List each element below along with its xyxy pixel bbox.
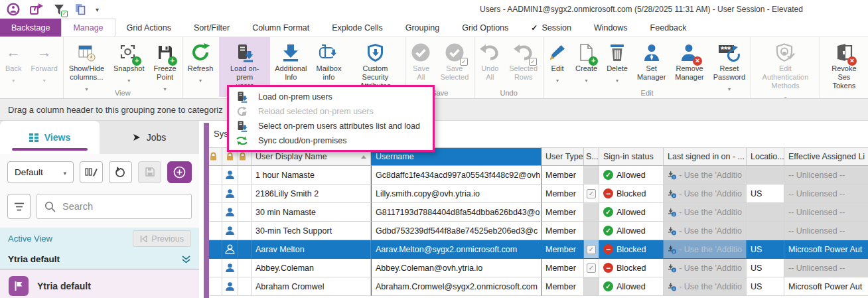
cell-last-signed-in[interactable]: i- Use the 'Additio [664, 240, 747, 259]
cell-last-signed-in[interactable]: i- Use the 'Additio [664, 259, 747, 277]
cell-location[interactable]: US [747, 240, 784, 259]
column-header-last-signed-in[interactable]: Last signed in on - ... [664, 147, 747, 166]
cell-display-name[interactable]: 2186Lilly Smith 2 [252, 185, 371, 203]
cell-license[interactable]: -- Unlicensed -- [784, 203, 868, 222]
tab-grid-options[interactable]: Grid Options [451, 19, 520, 37]
cell-location[interactable]: US [747, 259, 784, 277]
cell-last-signed-in[interactable]: i- Use the 'Additio [664, 203, 747, 222]
cell-user-type[interactable]: Member [542, 222, 584, 240]
rename-view-button[interactable] [80, 161, 103, 183]
table-row[interactable]: 2186Lilly Smith 2 Lilly.smith.copy@ovh.y… [209, 185, 868, 203]
menu-item-sync-cloud-onprem[interactable]: Sync cloud/on-premises [229, 133, 433, 148]
cell-display-name[interactable]: Aarav Melton [252, 240, 371, 259]
undo-all-button[interactable]: Undo All [475, 37, 504, 88]
cell-display-name[interactable]: Abraham Cromwel [252, 277, 371, 296]
cell-license[interactable]: Microsoft Power Aut [784, 277, 868, 296]
refresh-button[interactable]: Refresh [183, 37, 218, 88]
cell-user-type[interactable]: Member [542, 166, 584, 185]
table-row[interactable]: 30 min Namaste G8117193d7884404d8fa54dbb… [209, 203, 868, 222]
cell-license[interactable]: -- Unlicensed -- [784, 222, 868, 240]
cell-location[interactable] [747, 222, 784, 240]
sidebar-tab-jobs[interactable]: Jobs [100, 121, 199, 154]
undo-selected-rows-button[interactable]: Selected Rows [504, 37, 542, 88]
lock-column-header[interactable] [209, 147, 222, 166]
cell-display-name[interactable]: 1 hour Namaste [252, 166, 371, 185]
delete-button[interactable]: Delete [602, 37, 632, 88]
cell-username[interactable]: G8117193d7884404d8fa54dbba626bd43@o [371, 203, 542, 222]
cell-location[interactable] [747, 203, 784, 222]
show-hide-columns-button[interactable]: Show/Hide columns... [64, 37, 109, 88]
cell-display-name[interactable]: Abbey.Coleman [252, 259, 371, 277]
tab-manage[interactable]: Manage [61, 19, 115, 37]
cell-sync-checkbox[interactable] [584, 166, 599, 185]
search-input[interactable] [62, 201, 184, 212]
column-header-license[interactable]: Effective Assigned Li [784, 147, 868, 166]
tab-windows[interactable]: Windows [583, 19, 639, 37]
cell-signin-status[interactable]: Blocked [599, 240, 664, 259]
table-row[interactable]: Abraham Cromwel Abraham.Cromwel@sygx2.on… [209, 277, 868, 296]
cell-user-type[interactable]: Member [542, 203, 584, 222]
cell-username[interactable]: Gdbd753239df544f8a8e74525eb206ed3@c [371, 222, 542, 240]
tab-backstage[interactable]: Backstage [0, 19, 61, 37]
column-header-location[interactable]: Locatio... [747, 147, 784, 166]
cell-signin-status[interactable]: Blocked [599, 185, 664, 203]
view-select[interactable]: Default [7, 161, 74, 183]
cell-license[interactable]: Microsoft Power Aut [784, 240, 868, 259]
cell-location[interactable]: US [747, 185, 784, 203]
reset-password-button[interactable]: *** Reset Password [709, 37, 750, 88]
filter-icon[interactable] [54, 4, 65, 15]
cell-display-name[interactable]: 30-min Tech Support [252, 222, 371, 240]
copy-pages-icon[interactable] [75, 3, 86, 15]
tab-session[interactable]: Session [520, 19, 583, 37]
cell-last-signed-in[interactable]: i- Use the 'Additio [664, 185, 747, 203]
reset-view-button[interactable] [109, 161, 132, 183]
cell-last-signed-in[interactable]: i- Use the 'Additio [664, 222, 747, 240]
edit-button[interactable]: Edit [544, 37, 571, 88]
tab-explode-cells[interactable]: Explode Cells [321, 19, 394, 37]
cell-user-type[interactable]: Member [542, 277, 584, 296]
cell-signin-status[interactable]: Allowed [599, 166, 664, 185]
cell-license[interactable]: -- Unlicensed -- [784, 259, 868, 277]
edit-authentication-methods-button[interactable]: Edit Authentication Methods [752, 37, 819, 97]
column-header-user-type[interactable]: User Type [542, 147, 584, 166]
cell-location[interactable] [747, 166, 784, 185]
column-header-signin-status[interactable]: Sign-in status [599, 147, 664, 166]
cell-signin-status[interactable]: Allowed [599, 277, 664, 296]
save-selected-button[interactable]: Save Selected [435, 37, 473, 88]
sidebar-tab-views[interactable]: Views [0, 121, 100, 154]
cell-sync-checkbox[interactable] [584, 277, 599, 296]
cell-last-signed-in[interactable]: i- Use the 'Additio [664, 277, 747, 296]
cell-sync-checkbox[interactable] [584, 203, 599, 222]
tab-sort-filter[interactable]: Sort/Filter [182, 19, 241, 37]
menu-item-load-onprem-users[interactable]: Load on-prem users [229, 90, 433, 104]
create-button[interactable]: Create [571, 37, 602, 88]
cell-user-type[interactable]: Member [542, 240, 584, 259]
tab-grid-actions[interactable]: Grid Actions [115, 19, 182, 37]
add-view-button[interactable] [167, 161, 192, 183]
double-chevron-down-icon[interactable] [181, 256, 191, 263]
tab-column-format[interactable]: Column Format [241, 19, 321, 37]
cell-display-name[interactable]: 30 min Namaste [252, 203, 371, 222]
tab-feedback[interactable]: Feedback [639, 19, 698, 37]
menu-item-select-attributes[interactable]: Select on-prem users attributes list and… [229, 119, 433, 133]
save-view-button[interactable] [138, 161, 161, 183]
snapshot-button[interactable]: Snapshot [109, 37, 149, 88]
cell-signin-status[interactable]: Allowed [599, 203, 664, 222]
cell-signin-status[interactable]: Allowed [599, 222, 664, 240]
ytria-logo-icon[interactable] [7, 3, 20, 16]
table-row[interactable]: 30-min Tech Support Gdbd753239df544f8a8e… [209, 222, 868, 240]
cell-location[interactable]: US [747, 277, 784, 296]
table-row-selected[interactable]: Aarav Melton Aarav.Melton@sygx2.onmicros… [209, 240, 868, 259]
cell-sync-checkbox[interactable] [584, 185, 599, 203]
cell-username[interactable]: Abraham.Cromwel@sygx2.onmicrosoft.com [371, 277, 542, 296]
share-icon[interactable] [30, 3, 44, 15]
cell-sync-checkbox[interactable] [584, 259, 599, 277]
cell-username[interactable]: Aarav.Melton@sygx2.onmicrosoft.com [371, 240, 542, 259]
revoke-session-tokens-button[interactable]: Revoke Ses Tokens [821, 37, 867, 97]
table-row[interactable]: 1 hour Namaste Gc8daffc1fe434acd997a0554… [209, 166, 868, 185]
cell-license[interactable]: -- Unlicensed -- [784, 166, 868, 185]
save-all-button[interactable]: Save All [406, 37, 435, 88]
column-header-s[interactable]: S... [584, 147, 599, 166]
previous-view-button[interactable]: Previous [133, 230, 191, 247]
panel-divider[interactable] [204, 123, 209, 298]
